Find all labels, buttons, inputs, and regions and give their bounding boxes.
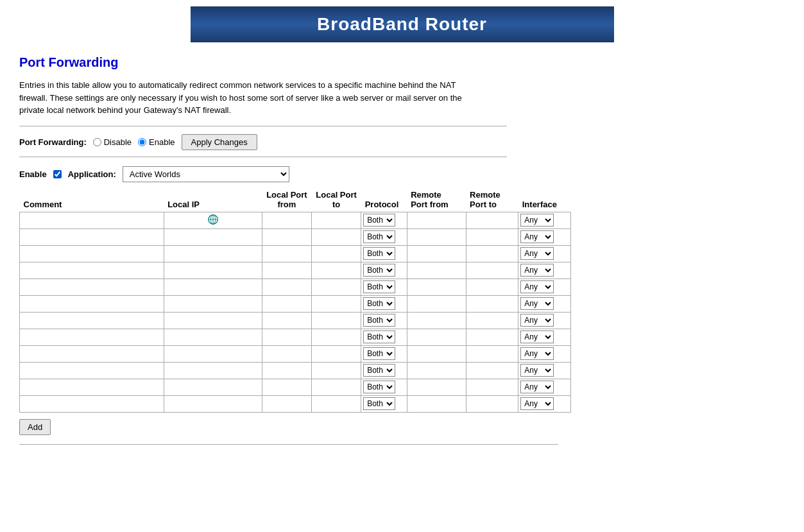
input-lpto[interactable] [314,333,359,342]
input-rpfrom[interactable] [409,250,464,259]
input-rpfrom[interactable] [409,366,464,375]
input-rpfrom[interactable] [409,216,464,225]
input-rpto[interactable] [468,283,517,292]
select-protocol[interactable]: BothTCPUDP [363,247,395,260]
input-rpfrom[interactable] [409,283,464,292]
input-comment[interactable] [22,233,162,242]
input-lpfrom[interactable] [264,366,309,375]
input-lpto[interactable] [314,216,359,225]
input-rpto[interactable] [468,366,517,375]
input-rpto[interactable] [468,233,517,242]
input-rpto[interactable] [468,250,517,259]
select-protocol[interactable]: BothTCPUDP [363,381,395,393]
input-comment[interactable] [22,283,162,292]
input-lpto[interactable] [314,383,359,392]
select-protocol[interactable]: BothTCPUDP [363,297,395,310]
input-rpfrom[interactable] [409,316,464,325]
input-localip[interactable] [166,316,260,325]
select-interface[interactable]: AnyWANLAN [520,230,554,243]
input-lpfrom[interactable] [264,233,309,242]
input-comment[interactable] [22,350,162,359]
select-protocol[interactable]: BothTCPUDP [363,397,395,410]
input-lpto[interactable] [314,350,359,359]
input-lpfrom[interactable] [264,250,309,259]
select-protocol[interactable]: BothTCPUDP [363,280,395,293]
input-rpto[interactable] [468,333,517,342]
input-lpto[interactable] [314,250,359,259]
input-rpfrom[interactable] [409,383,464,392]
select-interface[interactable]: AnyWANLAN [520,247,554,260]
select-protocol[interactable]: BothTCPUDP [363,330,395,343]
input-rpfrom[interactable] [409,300,464,309]
input-rpfrom[interactable] [409,233,464,242]
select-interface[interactable]: AnyWANLAN [520,214,554,227]
select-protocol[interactable]: BothTCPUDP [363,214,395,227]
select-protocol[interactable]: BothTCPUDP [363,314,395,327]
input-lpfrom[interactable] [264,266,309,275]
application-select[interactable]: Active WorldsAIM TalkDNSFTPHTTPHTTPSICQI… [123,166,289,182]
input-lpfrom[interactable] [264,216,309,225]
input-rpto[interactable] [468,300,517,309]
input-lpfrom[interactable] [264,316,309,325]
select-interface[interactable]: AnyWANLAN [520,314,554,327]
input-rpto[interactable] [468,216,517,225]
enable-checkbox[interactable] [53,170,62,178]
add-button[interactable]: Add [19,419,51,435]
input-localip[interactable] [166,233,260,242]
input-localip[interactable] [166,266,260,275]
input-rpfrom[interactable] [409,400,464,409]
input-lpto[interactable] [314,300,359,309]
input-comment[interactable] [22,300,162,309]
input-lpfrom[interactable] [264,300,309,309]
select-protocol[interactable]: BothTCPUDP [363,364,395,377]
input-rpfrom[interactable] [409,266,464,275]
input-comment[interactable] [22,250,162,259]
select-protocol[interactable]: BothTCPUDP [363,347,395,360]
select-protocol[interactable]: BothTCPUDP [363,264,395,277]
input-rpto[interactable] [468,400,517,409]
input-localip[interactable] [166,333,260,342]
apply-changes-button[interactable]: Apply Changes [182,134,257,150]
select-interface[interactable]: AnyWANLAN [520,381,554,393]
enable-radio[interactable] [138,138,146,146]
input-comment[interactable] [22,333,162,342]
input-lpfrom[interactable] [264,350,309,359]
input-lpto[interactable] [314,283,359,292]
input-comment[interactable] [22,216,162,225]
input-rpto[interactable] [468,383,517,392]
input-lpfrom[interactable] [264,400,309,409]
select-interface[interactable]: AnyWANLAN [520,347,554,360]
input-lpfrom[interactable] [264,333,309,342]
input-comment[interactable] [22,400,162,409]
input-localip[interactable] [166,383,260,392]
input-comment[interactable] [22,266,162,275]
input-lpfrom[interactable] [264,383,309,392]
input-lpto[interactable] [314,266,359,275]
input-lpfrom[interactable] [264,283,309,292]
input-localip[interactable] [166,300,260,309]
input-comment[interactable] [22,316,162,325]
select-interface[interactable]: AnyWANLAN [520,397,554,410]
select-interface[interactable]: AnyWANLAN [520,364,554,377]
input-lpto[interactable] [314,233,359,242]
select-protocol[interactable]: BothTCPUDP [363,230,395,243]
input-rpto[interactable] [468,350,517,359]
select-interface[interactable]: AnyWANLAN [520,297,554,310]
input-rpto[interactable] [468,316,517,325]
input-localip[interactable] [166,400,260,409]
input-comment[interactable] [22,383,162,392]
input-rpfrom[interactable] [409,350,464,359]
select-interface[interactable]: AnyWANLAN [520,264,554,277]
select-interface[interactable]: AnyWANLAN [520,280,554,293]
disable-radio[interactable] [93,138,101,146]
input-rpfrom[interactable] [409,333,464,342]
input-comment[interactable] [22,366,162,375]
input-localip[interactable] [166,250,260,259]
input-lpto[interactable] [314,400,359,409]
input-lpto[interactable] [314,316,359,325]
input-localip[interactable] [166,350,260,359]
input-localip[interactable] [166,283,260,292]
select-interface[interactable]: AnyWANLAN [520,330,554,343]
input-localip[interactable] [166,366,260,375]
input-rpto[interactable] [468,266,517,275]
